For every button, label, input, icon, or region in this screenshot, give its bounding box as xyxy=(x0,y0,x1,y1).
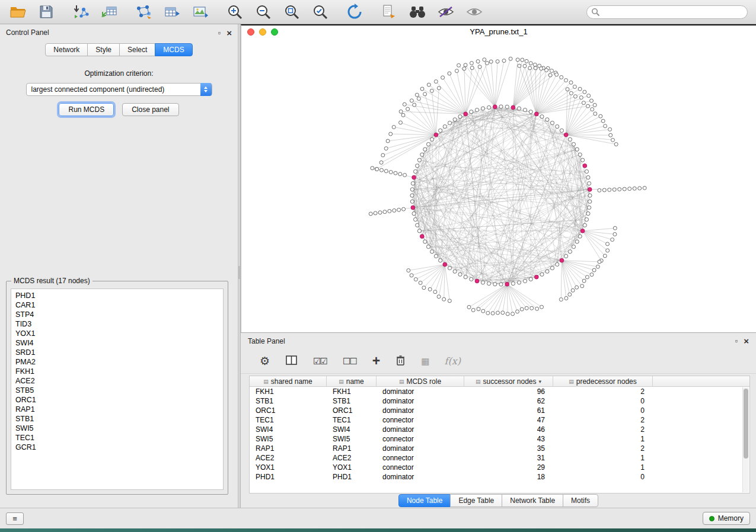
import-network-button[interactable] xyxy=(71,3,90,21)
list-item[interactable]: GCR1 xyxy=(15,443,223,452)
table-row[interactable]: YOX1YOX1connector291 xyxy=(250,463,749,472)
close-table-panel-icon[interactable]: × xyxy=(744,336,749,345)
tab-node-table[interactable]: Node Table xyxy=(398,494,451,507)
table-cell: SWI4 xyxy=(250,425,327,434)
node-table: ▤ shared name ▤ name ▤ MCDS role ▤ xyxy=(249,376,750,493)
list-item[interactable]: PMA2 xyxy=(15,357,223,367)
table-cell: 31 xyxy=(464,454,553,462)
table-cell: ORC1 xyxy=(327,406,377,415)
search-icon xyxy=(591,8,600,17)
deselect-all-rows-icon[interactable]: ☐☐ xyxy=(343,357,356,366)
float-panel-icon[interactable]: ▫ xyxy=(218,29,221,37)
list-item[interactable]: TEC1 xyxy=(15,433,223,443)
open-session-button[interactable] xyxy=(8,3,27,21)
list-item[interactable]: STB1 xyxy=(15,414,223,424)
close-panel-button[interactable]: Close panel xyxy=(122,103,178,116)
float-table-panel-icon[interactable]: ▫ xyxy=(735,337,738,345)
column-header-successor-nodes[interactable]: ▤ successor nodes ▾ xyxy=(464,376,553,387)
table-cell: YOX1 xyxy=(327,463,377,472)
zoom-fit-button[interactable] xyxy=(282,3,301,21)
zoom-in-button[interactable] xyxy=(225,3,244,21)
column-header-predecessor-nodes[interactable]: ▤ predecessor nodes xyxy=(553,376,653,387)
run-mcds-button[interactable]: Run MCDS xyxy=(59,103,114,116)
list-item[interactable]: SRD1 xyxy=(15,348,223,357)
scrollbar-thumb[interactable] xyxy=(744,389,748,459)
sort-icon: ▤ xyxy=(476,379,481,384)
table-row[interactable]: RAP1RAP1dominator352 xyxy=(250,444,749,453)
select-all-rows-icon[interactable]: ☑☑ xyxy=(313,357,327,366)
table-cell: 18 xyxy=(464,473,553,481)
show-log-button[interactable]: ≡ xyxy=(6,512,24,525)
column-header-shared-name[interactable]: ▤ shared name xyxy=(250,376,327,387)
close-panel-icon[interactable]: × xyxy=(227,28,232,37)
list-item[interactable]: SWI5 xyxy=(15,424,223,433)
zoom-out-button[interactable] xyxy=(254,3,273,21)
refresh-icon xyxy=(346,4,363,20)
tab-style[interactable]: Style xyxy=(87,43,120,56)
table-tabs: Node Table Edge Table Network Table Moti… xyxy=(241,494,756,507)
list-item[interactable]: TID3 xyxy=(15,319,223,329)
table-row[interactable]: TEC1TEC1connector472 xyxy=(250,415,749,425)
import-table-icon xyxy=(101,5,117,20)
export-image-button[interactable] xyxy=(191,3,210,21)
list-item[interactable]: CAR1 xyxy=(15,300,223,310)
export-table-button[interactable] xyxy=(162,3,181,21)
list-item[interactable]: RAP1 xyxy=(15,405,223,414)
memory-button[interactable]: Memory xyxy=(703,512,750,525)
search-input[interactable] xyxy=(586,5,748,19)
table-cell: 1 xyxy=(553,454,653,462)
list-item[interactable]: STB5 xyxy=(15,386,223,395)
table-cell: 2 xyxy=(553,444,653,453)
tab-motifs[interactable]: Motifs xyxy=(563,494,598,507)
table-cell: 0 xyxy=(553,406,653,415)
table-row[interactable]: SWI4SWI4dominator462 xyxy=(250,425,749,434)
table-settings-gear-icon[interactable]: ⚙ xyxy=(260,355,270,367)
table-row[interactable]: ACE2ACE2connector311 xyxy=(250,453,749,463)
tab-select[interactable]: Select xyxy=(119,43,155,56)
delete-column-icon[interactable] xyxy=(396,355,405,367)
control-panel-tabs: Network Style Select MCDS xyxy=(0,43,238,56)
table-row[interactable]: STB1STB1dominator620 xyxy=(250,396,749,406)
import-table-button[interactable] xyxy=(100,3,119,21)
list-item[interactable]: ACE2 xyxy=(15,376,223,386)
table-cell: dominator xyxy=(377,387,464,396)
hide-details-button[interactable] xyxy=(436,3,455,21)
table-scrollbar[interactable] xyxy=(742,387,749,492)
export-network-button[interactable] xyxy=(134,3,153,21)
table-row[interactable]: ORC1ORC1dominator610 xyxy=(250,406,749,415)
image-export-icon xyxy=(192,5,209,20)
save-session-button[interactable] xyxy=(37,3,56,21)
column-header-name[interactable]: ▤ name xyxy=(327,376,377,387)
table-cell: 29 xyxy=(464,463,553,472)
criterion-dropdown[interactable]: largest connected component (undirected) xyxy=(26,83,212,96)
table-row[interactable]: SWI5SWI5connector431 xyxy=(250,434,749,444)
add-column-icon[interactable]: + xyxy=(372,354,380,368)
tab-mcds[interactable]: MCDS xyxy=(155,43,192,56)
show-details-button[interactable] xyxy=(465,3,484,21)
column-visibility-icon[interactable] xyxy=(286,355,297,367)
tab-network-table[interactable]: Network Table xyxy=(502,494,563,507)
right-area: YPA_prune.txt_1 Table Panel ▫ × xyxy=(241,24,756,508)
mcds-result-list[interactable]: PHD1CAR1STP4TID3YOX1SWI4SRD1PMA2FKH1ACE2… xyxy=(11,289,224,490)
list-item[interactable]: YOX1 xyxy=(15,329,223,338)
tab-network[interactable]: Network xyxy=(45,43,88,56)
apply-layout-button[interactable] xyxy=(345,3,364,21)
table-cell: dominator xyxy=(377,444,464,453)
list-item[interactable]: STP4 xyxy=(15,310,223,319)
search-network-button[interactable] xyxy=(408,3,427,21)
table-row[interactable]: FKH1FKH1dominator962 xyxy=(250,387,749,396)
network-view[interactable] xyxy=(241,38,756,332)
list-item[interactable]: PHD1 xyxy=(15,291,223,300)
table-cell: TEC1 xyxy=(250,416,327,424)
copy-document-button[interactable] xyxy=(379,3,398,21)
list-item[interactable]: FKH1 xyxy=(15,367,223,376)
list-item[interactable]: ORC1 xyxy=(15,395,223,405)
list-item[interactable]: SWI4 xyxy=(15,338,223,348)
sort-icon: ▤ xyxy=(263,379,269,384)
tab-edge-table[interactable]: Edge Table xyxy=(450,494,502,507)
table-panel-titlebar: Table Panel ▫ × xyxy=(241,333,756,349)
column-header-mcds-role[interactable]: ▤ MCDS role xyxy=(377,376,464,387)
table-row[interactable]: PHD1PHD1dominator180 xyxy=(250,472,749,482)
zoom-selected-button[interactable] xyxy=(311,3,330,21)
table-cell: PHD1 xyxy=(327,473,377,481)
